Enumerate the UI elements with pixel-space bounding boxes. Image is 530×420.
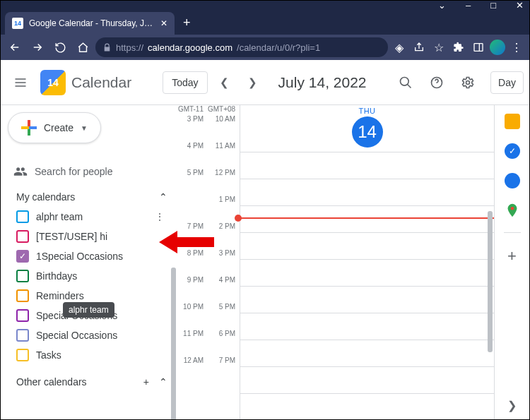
add-calendar-button[interactable]: + xyxy=(143,376,149,388)
svg-point-1 xyxy=(401,77,409,85)
annotation-arrow-icon xyxy=(159,229,216,255)
calendar-item[interactable]: Tasks xyxy=(8,345,176,365)
search-button[interactable] xyxy=(393,70,418,95)
my-calendars-header[interactable]: My calendars ⌃ xyxy=(8,184,176,207)
window-maximize-icon[interactable]: □ xyxy=(490,0,496,11)
calendar-label: 1Special Occasions xyxy=(36,251,123,262)
calendar-item[interactable]: Birthdays xyxy=(8,266,176,286)
settings-button[interactable] xyxy=(455,70,481,95)
hour-rows[interactable] xyxy=(240,152,494,420)
svg-point-3 xyxy=(466,80,470,84)
hour-row[interactable] xyxy=(240,340,494,366)
next-day-button[interactable]: ❯ xyxy=(242,71,264,94)
hour-row[interactable] xyxy=(240,366,494,393)
day-number[interactable]: 14 xyxy=(352,116,383,148)
calendar-label: Reminders xyxy=(36,290,84,301)
hour-row[interactable] xyxy=(240,152,494,179)
calendar-checkbox[interactable] xyxy=(16,289,29,302)
contacts-addon-icon[interactable] xyxy=(505,173,520,188)
new-tab-button[interactable]: + xyxy=(175,11,199,35)
calendar-item[interactable]: [TEST/USER] hi xyxy=(8,227,176,246)
hour-label: 9 PM xyxy=(176,276,204,303)
calendar-checkbox[interactable] xyxy=(16,270,29,282)
view-selector[interactable]: Day xyxy=(490,71,524,94)
today-button[interactable]: Today xyxy=(163,71,207,94)
hour-row[interactable] xyxy=(240,179,494,205)
tz-label-1: GMT-11 xyxy=(176,105,204,115)
window-minimize-icon[interactable]: – xyxy=(466,0,471,11)
chevron-up-icon: ⌃ xyxy=(159,191,167,203)
hour-row[interactable] xyxy=(240,205,494,232)
main-menu-button[interactable] xyxy=(6,68,35,97)
day-column[interactable]: THU 14 xyxy=(240,105,494,420)
tab-close-icon[interactable]: ✕ xyxy=(160,18,167,28)
calendar-checkbox[interactable] xyxy=(16,250,29,263)
collapse-panel-button[interactable]: ❯ xyxy=(507,399,517,412)
create-button[interactable]: Create ▼ xyxy=(8,112,101,143)
calendar-item[interactable]: 1Special Occasions xyxy=(8,246,176,266)
hour-label: 1 PM xyxy=(208,196,235,222)
search-people[interactable]: Search for people xyxy=(8,159,176,184)
hour-row[interactable] xyxy=(240,232,494,259)
calendar-header: 14 Calendar Today ❮ ❯ July 14, 2022 Day xyxy=(1,60,529,105)
calendar-tooltip: alphr team xyxy=(63,302,114,318)
calendar-checkbox[interactable] xyxy=(16,230,29,243)
hour-label: 7 PM xyxy=(208,356,235,383)
browser-menu-icon[interactable]: ⋮ xyxy=(508,39,525,56)
create-label: Create xyxy=(44,122,73,133)
sidebar-scrollbar[interactable] xyxy=(171,268,176,420)
profile-avatar[interactable] xyxy=(490,40,505,55)
hour-row[interactable] xyxy=(240,286,494,313)
url-path: /calendar/u/0/r?pli=1 xyxy=(237,42,320,53)
bookmark-star-icon[interactable]: ☆ xyxy=(430,39,447,56)
calendar-item[interactable]: Special Occasions xyxy=(8,325,176,345)
keep-addon-icon[interactable] xyxy=(505,114,520,129)
calendar-checkbox[interactable] xyxy=(16,329,29,342)
forward-button[interactable] xyxy=(28,37,47,57)
calendar-checkbox[interactable] xyxy=(16,210,29,223)
home-button[interactable] xyxy=(73,37,93,57)
calendar-body: Create ▼ Search for people My calendars … xyxy=(1,105,529,420)
time-gutter: GMT-113 PM4 PM5 PM7 PM8 PM9 PM10 PM11 PM… xyxy=(176,105,240,420)
tasks-addon-icon[interactable]: ✓ xyxy=(505,143,520,159)
calendar-checkbox[interactable] xyxy=(16,349,29,361)
eye-extension-icon[interactable]: ◈ xyxy=(391,39,408,56)
other-calendars-header[interactable]: Other calendars + ⌃ xyxy=(8,369,176,392)
hour-label: 11 PM xyxy=(176,330,204,356)
browser-tab[interactable]: 14 Google Calendar - Thursday, July ✕ xyxy=(5,12,175,35)
calendar-label: Special Occasions xyxy=(36,330,117,341)
hour-label: 10 PM xyxy=(176,303,204,330)
calendar-item[interactable]: alphr team⋮ xyxy=(8,207,176,227)
maps-addon-icon[interactable] xyxy=(505,203,520,218)
hour-label: 10 AM xyxy=(208,115,235,142)
tz-label-2: GMT+08 xyxy=(208,105,235,115)
tab-title: Google Calendar - Thursday, July xyxy=(29,18,155,28)
url-bar[interactable]: https://calendar.google.com/calendar/u/0… xyxy=(95,37,388,57)
window-chevron-icon[interactable]: ⌄ xyxy=(438,0,446,11)
add-addon-button[interactable]: + xyxy=(507,247,517,265)
people-icon xyxy=(13,164,28,179)
reload-button[interactable] xyxy=(50,37,70,57)
hour-row[interactable] xyxy=(240,393,494,420)
hour-label: 6 PM xyxy=(208,330,235,356)
chevron-down-icon: ▼ xyxy=(81,124,88,132)
hour-row[interactable] xyxy=(240,259,494,286)
side-panel-icon[interactable] xyxy=(470,39,487,56)
calendar-options-icon[interactable]: ⋮ xyxy=(152,211,167,222)
prev-day-button[interactable]: ❮ xyxy=(213,71,236,94)
side-addons-panel: ✓ + ❯ xyxy=(494,105,529,420)
hour-label: 4 PM xyxy=(208,276,235,303)
extensions-puzzle-icon[interactable] xyxy=(450,39,467,56)
back-button[interactable] xyxy=(5,37,25,57)
share-icon[interactable] xyxy=(411,39,428,56)
app-title: Calendar xyxy=(71,74,131,91)
help-button[interactable] xyxy=(424,70,449,95)
url-host: calendar.google.com xyxy=(148,42,232,53)
hour-row[interactable] xyxy=(240,313,494,340)
svg-rect-0 xyxy=(474,44,483,52)
tab-favicon-icon: 14 xyxy=(12,18,23,29)
calendar-checkbox[interactable] xyxy=(16,309,29,322)
window-close-icon[interactable]: ✕ xyxy=(516,0,524,11)
grid-scrollbar[interactable] xyxy=(488,211,493,352)
svg-point-4 xyxy=(510,207,514,210)
